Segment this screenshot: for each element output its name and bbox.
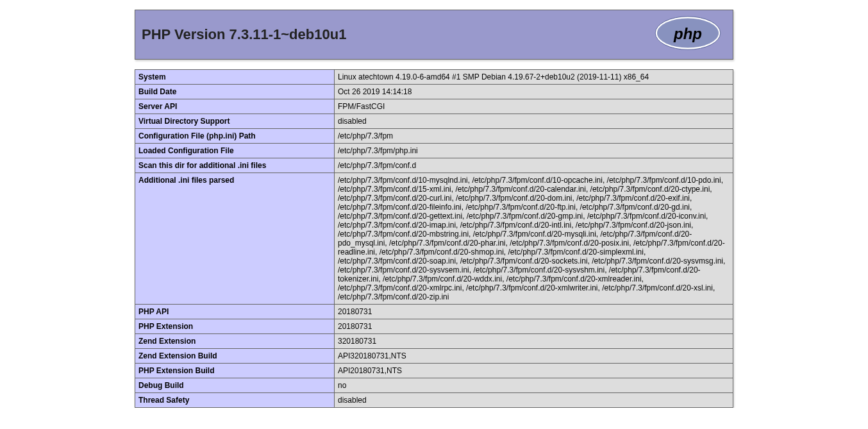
info-value: /etc/php/7.3/fpm/conf.d/10-mysqlnd.ini, …: [335, 173, 733, 305]
table-row: Zend Extension BuildAPI320180731,NTS: [135, 349, 733, 364]
table-row: Loaded Configuration File/etc/php/7.3/fp…: [135, 144, 733, 158]
info-key: Additional .ini files parsed: [135, 173, 335, 305]
info-value: 320180731: [335, 334, 733, 349]
info-key: Server API: [135, 99, 335, 114]
info-value: 20180731: [335, 319, 733, 334]
info-key: Loaded Configuration File: [135, 144, 335, 158]
table-row: PHP API20180731: [135, 305, 733, 319]
table-row: Additional .ini files parsed/etc/php/7.3…: [135, 173, 733, 305]
info-key: PHP API: [135, 305, 335, 319]
table-row: Zend Extension320180731: [135, 334, 733, 349]
svg-text:php: php: [673, 25, 702, 42]
info-key: Scan this dir for additional .ini files: [135, 158, 335, 173]
info-value: API320180731,NTS: [335, 349, 733, 364]
phpinfo-container: PHP Version 7.3.11-1~deb10u1 php SystemL…: [135, 0, 733, 408]
info-key: Zend Extension Build: [135, 349, 335, 364]
info-value: API20180731,NTS: [335, 364, 733, 378]
info-key: PHP Extension: [135, 319, 335, 334]
info-value: /etc/php/7.3/fpm/conf.d: [335, 158, 733, 173]
info-value: disabled: [335, 393, 733, 408]
table-row: PHP Extension BuildAPI20180731,NTS: [135, 364, 733, 378]
table-row: Configuration File (php.ini) Path/etc/ph…: [135, 129, 733, 144]
table-row: SystemLinux atechtown 4.19.0-6-amd64 #1 …: [135, 70, 733, 85]
info-table: SystemLinux atechtown 4.19.0-6-amd64 #1 …: [135, 69, 733, 408]
header-table: PHP Version 7.3.11-1~deb10u1 php: [135, 10, 733, 60]
info-key: Virtual Directory Support: [135, 114, 335, 129]
table-row: Thread Safetydisabled: [135, 393, 733, 408]
info-key: Build Date: [135, 85, 335, 99]
table-row: Build DateOct 26 2019 14:14:18: [135, 85, 733, 99]
info-value: Linux atechtown 4.19.0-6-amd64 #1 SMP De…: [335, 70, 733, 85]
info-key: Debug Build: [135, 378, 335, 393]
table-row: PHP Extension20180731: [135, 319, 733, 334]
info-value: FPM/FastCGI: [335, 99, 733, 114]
info-value: disabled: [335, 114, 733, 129]
info-value: no: [335, 378, 733, 393]
page-title: PHP Version 7.3.11-1~deb10u1: [142, 26, 346, 43]
table-row: Scan this dir for additional .ini files/…: [135, 158, 733, 173]
table-row: Server APIFPM/FastCGI: [135, 99, 733, 114]
php-logo-icon: php: [649, 14, 726, 55]
table-row: Virtual Directory Supportdisabled: [135, 114, 733, 129]
info-value: 20180731: [335, 305, 733, 319]
info-key: Zend Extension: [135, 334, 335, 349]
info-key: Configuration File (php.ini) Path: [135, 129, 335, 144]
info-key: Thread Safety: [135, 393, 335, 408]
info-value: /etc/php/7.3/fpm: [335, 129, 733, 144]
table-row: Debug Buildno: [135, 378, 733, 393]
info-key: System: [135, 70, 335, 85]
info-key: PHP Extension Build: [135, 364, 335, 378]
info-value: /etc/php/7.3/fpm/php.ini: [335, 144, 733, 158]
info-value: Oct 26 2019 14:14:18: [335, 85, 733, 99]
